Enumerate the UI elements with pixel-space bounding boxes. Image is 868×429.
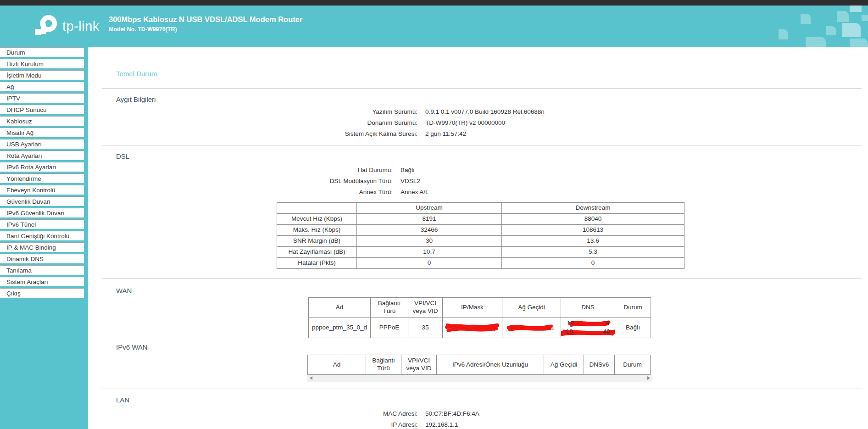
wan-col-dns: DNS <box>561 298 615 318</box>
ipv6-col-dnsv6: DNSv6 <box>584 355 615 375</box>
tp-link-logo: tp-link <box>32 13 100 39</box>
section-divider <box>102 145 862 145</box>
ipv6-col-vpi-vci: VPI/VCI veya VID <box>401 355 437 375</box>
row-label: SNR Margin (dB) <box>277 236 357 247</box>
router-admin-screen: tp-link 300Mbps Kablosuz N USB VDSL/ADSL… <box>0 0 868 429</box>
downstream-value: 88040 <box>502 214 684 225</box>
field-label: Donanım Sürümü: <box>88 119 417 126</box>
upstream-value: 0 <box>357 258 502 269</box>
dsl-stats-table: Upstream Downstream Mevcut Hız (Kbps) 81… <box>277 202 684 269</box>
sidebar-item-ebeveyn-kontrolu[interactable]: Ebeveyn Kontrolü <box>0 185 84 195</box>
lan-heading: LAN <box>116 396 129 404</box>
field-label: Annex Türü: <box>88 189 393 195</box>
ip-fragment: 1 <box>471 324 474 331</box>
device-info-rows: Yazılım Sürümü: 0.9.1 0.1 v0077.0 Build … <box>88 106 868 139</box>
dns2-fragment-start: 19 <box>566 328 573 335</box>
scroll-right-arrow-icon[interactable] <box>647 376 650 380</box>
wan-col-durum: Durum <box>615 298 651 318</box>
field-label: Sistem Açık Kalma Süresi: <box>88 130 417 137</box>
downstream-value: 13.6 <box>502 236 684 247</box>
status-page-content: Temel Durum Aygıt Bilgileri Yazılım Sürü… <box>88 47 868 429</box>
wan-table: Ad Bağlantı Türü VPI/VCI veya VID IP/Mas… <box>308 297 651 338</box>
field-value: 0.9.1 0.1 v0077.0 Build 160928 Rel.60688… <box>425 108 545 115</box>
ipv6-table-horizontal-scrollbar[interactable] <box>307 375 652 382</box>
device-info-row: Yazılım Sürümü: 0.9.1 0.1 v0077.0 Build … <box>88 106 868 117</box>
ipv6-col-ad: Ad <box>308 355 366 375</box>
wan-col-baglanti-turu: Bağlantı Türü <box>371 298 408 318</box>
table-row: Hat Zayıflaması (dB) 10.7 5.3 <box>277 247 684 258</box>
dns1-fragment-end: 9 <box>606 320 609 327</box>
page-header: tp-link 300Mbps Kablosuz N USB VDSL/ADSL… <box>0 6 868 47</box>
wan-dns-redacted: 19 9 19 40 <box>561 318 615 338</box>
dsl-heading: DSL <box>116 152 129 160</box>
upstream-value: 10.7 <box>357 247 502 258</box>
field-value: VDSL2 <box>401 178 420 184</box>
upstream-value: 32466 <box>357 225 502 236</box>
wan-col-vpi-vci: VPI/VCI veya VID <box>408 298 443 318</box>
sidebar-nav: Durum Hızlı Kurulum İşletim Modu Ağ IPTV… <box>0 47 88 429</box>
section-divider <box>102 88 862 89</box>
field-value: 192.168.1.1 <box>425 421 458 428</box>
sidebar-item-iptv[interactable]: IPTV <box>0 93 84 103</box>
tp-link-logo-icon <box>32 13 59 39</box>
lan-rows: MAC Adresi: 50:C7:BF:4D:F6:4A IP Adresi:… <box>88 408 868 429</box>
sidebar-item-yonlendirme[interactable]: Yönlendirme <box>0 173 84 183</box>
field-label: DSL Modülasyon Türü: <box>88 178 393 184</box>
table-header-row: Upstream Downstream <box>277 203 684 214</box>
sidebar-item-cikis[interactable]: Çıkış <box>0 288 84 298</box>
wan-name: pppoe_ptm_35_0_d <box>309 318 371 338</box>
wan-gateway-redacted: 1 .1 <box>502 318 561 338</box>
sidebar-item-dinamik-dns[interactable]: Dinamik DNS <box>0 254 84 263</box>
temel-durum-link[interactable]: Temel Durum <box>116 70 157 78</box>
wan-ip-mask-redacted: 1 <box>443 318 502 338</box>
wan-vid: 35 <box>408 318 443 338</box>
dsl-row: Hat Durumu: Bağlı <box>88 164 868 175</box>
sidebar-item-sistem-araclari[interactable]: Sistem Araçları <box>0 277 84 286</box>
scroll-left-arrow-icon[interactable] <box>310 376 312 380</box>
sidebar-item-ipv6-guvenlik-duvari[interactable]: IPv6 Güvenlik Duvarı <box>0 208 84 217</box>
downstream-value: 0 <box>502 258 684 269</box>
wan-col-ip-mask: IP/Mask <box>443 298 502 318</box>
sidebar-item-usb-ayarlari[interactable]: USB Ayarları <box>0 139 84 149</box>
sidebar-item-ipv6-tunel[interactable]: IPv6 Tünel <box>0 219 84 229</box>
field-value: Annex A/L <box>401 189 429 195</box>
sidebar-item-ag[interactable]: Ağ <box>0 82 84 91</box>
row-label: Hat Zayıflaması (dB) <box>277 247 357 258</box>
table-row: Hatalar (Pkts) 0 0 <box>277 258 684 269</box>
sidebar-item-rota-ayarlari[interactable]: Rota Ayarları <box>0 150 84 160</box>
dsl-col-blank <box>277 203 357 214</box>
dsl-row: Annex Türü: Annex A/L <box>88 186 868 197</box>
sidebar-item-tanilama[interactable]: Tanılama <box>0 265 84 275</box>
sidebar-item-hizli-kurulum[interactable]: Hızlı Kurulum <box>0 59 84 68</box>
field-label: Hat Durumu: <box>88 167 393 173</box>
gateway-fragment-end: .1 <box>550 324 555 331</box>
upstream-value: 30 <box>357 236 502 247</box>
field-label: Yazılım Sürümü: <box>88 108 417 115</box>
sidebar-item-ip-mac-binding[interactable]: IP & MAC Binding <box>0 242 84 252</box>
wan-col-ad: Ad <box>309 298 371 318</box>
dns-line-1: 19 9 <box>563 319 613 328</box>
browser-top-strip <box>0 0 868 6</box>
section-divider <box>102 279 862 279</box>
device-title: 300Mbps Kablosuz N USB VDSL/ADSL Modem R… <box>109 15 302 24</box>
header-titles: 300Mbps Kablosuz N USB VDSL/ADSL Modem R… <box>109 15 302 33</box>
device-info-row: Sistem Açık Kalma Süresi: 2 gün 11:57:42 <box>88 128 868 139</box>
sidebar-item-durum[interactable]: Durum <box>0 47 84 57</box>
ipv6-col-durum: Durum <box>615 355 651 375</box>
device-info-heading: Aygıt Bilgileri <box>116 95 156 103</box>
table-header-row: Ad Bağlantı Türü VPI/VCI veya VID IPv6 A… <box>308 355 651 375</box>
gateway-fragment-start: 1 <box>508 324 512 331</box>
dns2-fragment-end: 40 <box>603 328 610 335</box>
sidebar-item-misafir-ag[interactable]: Misafir Ağ <box>0 128 84 137</box>
wan-col-ag-gecidi: Ağ Geçidi <box>502 298 561 318</box>
section-divider <box>102 389 862 389</box>
sidebar-item-guvenlik-duvari[interactable]: Güvenlik Duvarı <box>0 196 84 206</box>
dns1-fragment-start: 19 <box>567 320 573 327</box>
downstream-value: 108613 <box>502 225 684 236</box>
sidebar-item-ipv6-rota-ayarlari[interactable]: IPv6 Rota Ayarları <box>0 162 84 172</box>
sidebar-item-bant-genisligi-kontrolu[interactable]: Bant Genişliği Kontrolü <box>0 231 84 240</box>
sidebar-item-isletim-modu[interactable]: İşletim Modu <box>0 70 84 80</box>
sidebar-item-kablosuz[interactable]: Kablosuz <box>0 116 84 126</box>
dsl-col-upstream: Upstream <box>357 203 502 214</box>
sidebar-item-dhcp-sunucu[interactable]: DHCP Sunucu <box>0 105 84 114</box>
